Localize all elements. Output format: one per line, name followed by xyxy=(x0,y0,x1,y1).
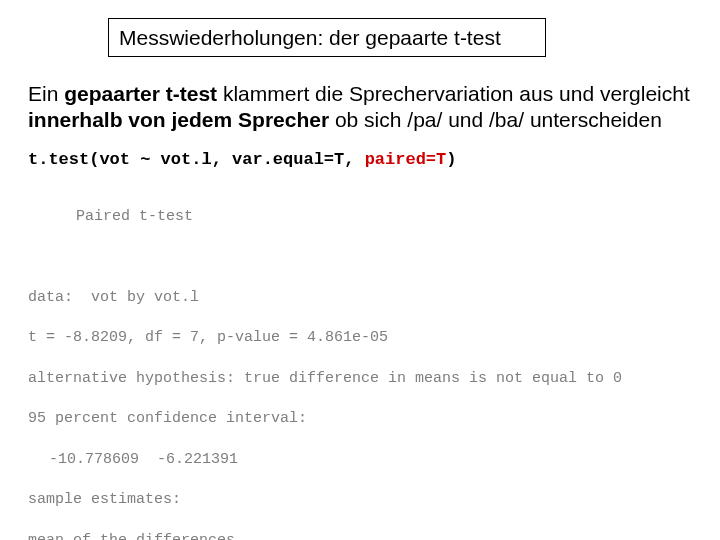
explain-bold-2: innerhalb von jedem Sprecher xyxy=(28,108,329,131)
output-line-stats: t = -8.8209, df = 7, p-value = 4.861e-05 xyxy=(28,328,720,348)
explain-lead: Ein xyxy=(28,82,64,105)
output-line-sample-est: sample estimates: xyxy=(28,490,720,510)
code-call-line: t.test(vot ~ vot.l, var.equal=T, paired=… xyxy=(28,150,720,169)
output-line-mean-diff-label: mean of the differences xyxy=(28,531,720,540)
explain-mid-2: ob sich /pa/ und /ba/ unterscheiden xyxy=(329,108,662,131)
code-call-paired-arg: paired=T xyxy=(365,150,447,169)
output-line-ci-values: -10.778609 -6.221391 xyxy=(28,450,720,470)
code-call-plain: t.test(vot ~ vot.l, var.equal=T, xyxy=(28,150,365,169)
slide: Messwiederholungen: der gepaarte t-test … xyxy=(0,0,720,540)
output-line-data: data: vot by vot.l xyxy=(28,288,720,308)
code-call-tail: ) xyxy=(446,150,456,169)
output-spacer xyxy=(28,247,720,267)
r-output-block: Paired t-test data: vot by vot.l t = -8.… xyxy=(28,187,720,540)
output-line-title: Paired t-test xyxy=(28,207,720,227)
output-line-ci-label: 95 percent confidence interval: xyxy=(28,409,720,429)
explain-mid-1: klammert die Sprechervariation aus und v… xyxy=(217,82,690,105)
explain-bold-1: gepaarter t-test xyxy=(64,82,217,105)
output-line-alt: alternative hypothesis: true difference … xyxy=(28,369,720,389)
slide-title: Messwiederholungen: der gepaarte t-test xyxy=(119,26,501,49)
slide-title-box: Messwiederholungen: der gepaarte t-test xyxy=(108,18,546,57)
explanation-paragraph: Ein gepaarter t-test klammert die Sprech… xyxy=(28,81,692,134)
